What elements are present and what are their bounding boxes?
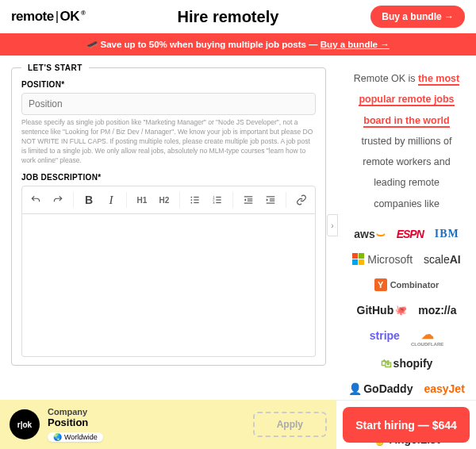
promo-banner: 🛹 Save up to 50% when buying multiple jo…	[0, 33, 476, 56]
preview-company: Company	[48, 407, 245, 416]
outdent-icon[interactable]	[238, 190, 259, 210]
banner-link[interactable]: Buy a bundle →	[321, 40, 390, 49]
redo-icon[interactable]	[48, 190, 68, 210]
logo-godaddy: 👤GoDaddy	[348, 380, 413, 397]
bottom-bar: r|ok Company Position 🌏Worldwide Apply S…	[0, 400, 476, 449]
logo-stripe: stripe	[370, 327, 400, 344]
page-title: Hire remotely	[177, 8, 278, 26]
form-legend: LET'S START	[21, 63, 89, 72]
description-editor[interactable]	[21, 214, 316, 357]
position-input[interactable]	[21, 93, 316, 115]
logo[interactable]: remote|OK®	[11, 9, 86, 25]
logo-microsoft: Microsoft	[352, 251, 413, 268]
form-column: LET'S START POSITION* Please specify as …	[0, 56, 337, 447]
indent-icon[interactable]	[260, 190, 281, 210]
svg-point-2	[190, 202, 192, 204]
logo-ibm: IBM	[435, 225, 459, 243]
logo-mozilla: moz://a	[418, 301, 456, 319]
logo-espn: ESPN	[397, 225, 424, 243]
italic-icon[interactable]: I	[101, 190, 121, 210]
logo-shopify: 🛍shopify	[381, 355, 433, 372]
preview-position: Position	[48, 416, 245, 428]
svg-point-1	[190, 200, 192, 201]
logo-aws: aws⌣	[354, 225, 385, 243]
svg-point-0	[190, 197, 192, 198]
logo-github: GitHub🐙	[357, 301, 408, 319]
bullet-list-icon[interactable]	[185, 190, 205, 210]
position-label: POSITION*	[21, 80, 316, 89]
editor-toolbar: B I H1 H2 123	[21, 186, 316, 214]
banner-emoji: 🛹	[86, 40, 98, 49]
svg-text:3: 3	[213, 201, 215, 205]
banner-text: Save up to 50% when buying multiple job …	[100, 40, 320, 49]
h1-button[interactable]: H1	[132, 190, 152, 210]
form-fieldset: LET'S START POSITION* Please specify as …	[11, 63, 326, 366]
h2-button[interactable]: H2	[154, 190, 175, 210]
buy-bundle-button[interactable]: Buy a bundle →	[370, 6, 465, 28]
position-hint: Please specify as single job position li…	[21, 118, 316, 165]
ordered-list-icon[interactable]: 123	[207, 190, 228, 210]
header: remote|OK® Hire remotely Buy a bundle →	[0, 0, 476, 33]
link-icon[interactable]	[291, 190, 312, 210]
sidebar-intro: Remote OK is the most popular remote job…	[347, 68, 466, 214]
start-hiring-button[interactable]: Start hiring — $644	[343, 407, 470, 443]
preview-avatar: r|ok	[10, 409, 40, 439]
preview-location-tag: 🌏Worldwide	[48, 432, 103, 442]
bold-icon[interactable]: B	[79, 190, 99, 210]
logo-cloudflare: ☁CLOUDFLARE	[411, 327, 443, 347]
description-label: JOB DESCRIPTION*	[21, 173, 316, 182]
expand-handle[interactable]: ›	[327, 214, 338, 236]
logo-easyjet: easyJet	[424, 380, 464, 397]
logo-scaleai: scaleAI	[424, 251, 461, 268]
undo-icon[interactable]	[25, 190, 46, 210]
logo-ycombinator: YCombinator	[374, 276, 440, 294]
job-preview: r|ok Company Position 🌏Worldwide Apply	[0, 400, 336, 449]
sidebar: Remote OK is the most popular remote job…	[337, 56, 476, 447]
apply-button[interactable]: Apply	[253, 412, 327, 437]
